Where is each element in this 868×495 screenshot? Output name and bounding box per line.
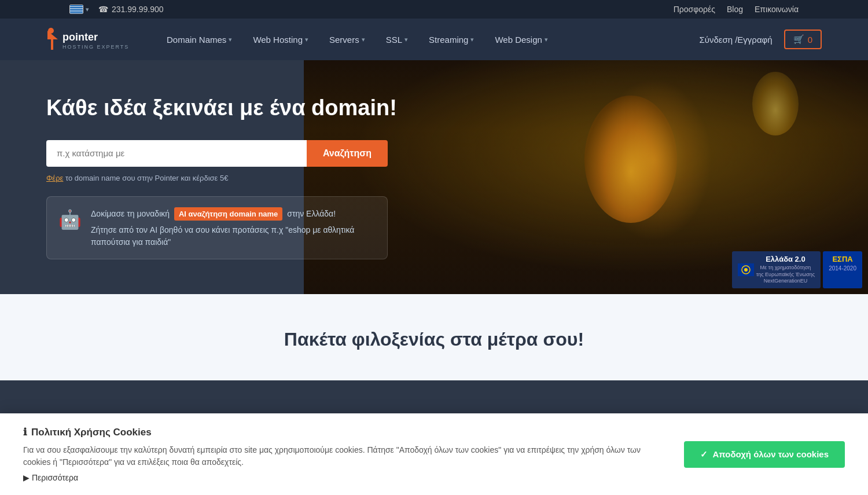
chevron-down-icon: ▾ xyxy=(305,36,308,43)
espa-2014-badge: ΕΣΠΑ 2014-2020 xyxy=(823,251,862,288)
login-button[interactable]: Σύνδεση /Εγγραφή xyxy=(699,35,772,45)
nav-servers-label: Servers xyxy=(329,35,359,45)
ai-search-box: 🤖 Δοκίμασε τη μοναδική AI αναζήτηση doma… xyxy=(46,196,388,260)
espa-badge: Ελλάδα 2.0 Με τη χρηματοδότησητης Ευρωπα… xyxy=(732,251,862,288)
hero-content: Κάθε ιδέα ξεκινάει με ένα domain! Αναζήτ… xyxy=(0,60,443,294)
navbar: pointer HOSTING EXPERTS Domain Names ▾ W… xyxy=(0,19,868,60)
nav-web-design[interactable]: Web Design ▾ xyxy=(484,19,558,60)
cart-button[interactable]: 🛒 0 xyxy=(784,30,822,49)
blog-link[interactable]: Blog xyxy=(727,5,743,14)
phone-number: 231.99.99.900 xyxy=(112,5,164,14)
ai-badge[interactable]: AI αναζήτηση domain name xyxy=(174,207,282,221)
hint-text: το domain name σου στην Pointer και κέρδ… xyxy=(63,174,228,182)
cart-icon: 🛒 xyxy=(793,34,804,45)
topbar-left: ▾ ☎ 231.99.99.900 xyxy=(69,5,164,14)
chevron-down-icon: ▾ xyxy=(545,36,548,43)
lightbulb-decoration-2 xyxy=(752,72,799,135)
ai-description: Ζήτησε από τον AI βοηθό να σου κάνει προ… xyxy=(91,224,376,248)
logo[interactable]: pointer HOSTING EXPERTS xyxy=(46,25,133,54)
nav-domain-names-label: Domain Names xyxy=(167,35,226,45)
nav-ssl-label: SSL xyxy=(386,35,402,45)
contact-link[interactable]: Επικοινωνία xyxy=(755,5,799,14)
chevron-down-icon: ▾ xyxy=(229,36,232,43)
nav-servers[interactable]: Servers ▾ xyxy=(319,19,376,60)
cart-count: 0 xyxy=(808,35,812,45)
ellada-badge: Ελλάδα 2.0 Με τη χρηματοδότησητης Ευρωπα… xyxy=(732,251,821,288)
svg-text:HOSTING EXPERTS: HOSTING EXPERTS xyxy=(62,44,129,50)
hero-section: Κάθε ιδέα ξεκινάει με ένα domain! Αναζήτ… xyxy=(0,60,868,294)
chevron-down-icon: ▾ xyxy=(404,36,408,43)
phone-icon: ☎ xyxy=(98,5,108,14)
flag-icon xyxy=(69,5,83,14)
svg-text:pointer: pointer xyxy=(62,31,98,43)
domain-search-input[interactable] xyxy=(46,140,307,167)
svg-point-1 xyxy=(48,28,54,34)
nav-right: Σύνδεση /Εγγραφή 🛒 0 xyxy=(699,30,822,49)
ai-post-text: στην Ελλάδα! xyxy=(285,209,336,218)
nav-web-hosting-label: Web Hosting xyxy=(253,35,303,45)
search-button[interactable]: Αναζήτηση xyxy=(307,140,388,167)
hero-title: Κάθε ιδέα ξεκινάει με ένα domain! xyxy=(46,95,397,122)
search-bar: Αναζήτηση xyxy=(46,140,388,167)
ai-box-text: Δοκίμασε τη μοναδική AI αναζήτηση domain… xyxy=(91,207,376,249)
nav-web-hosting[interactable]: Web Hosting ▾ xyxy=(242,19,319,60)
packages-section: Πακέτα φιλοξενίας στα μέτρα σου! xyxy=(0,294,868,380)
language-selector[interactable]: ▾ xyxy=(69,5,89,14)
topbar-right: Προσφορές Blog Επικοινωνία xyxy=(674,5,799,14)
nav-ssl[interactable]: SSL ▾ xyxy=(376,19,418,60)
svg-marker-0 xyxy=(47,31,58,50)
ai-pre-text: Δοκίμασε τη μοναδική xyxy=(91,209,172,218)
transfer-domain-link[interactable]: Φέρε xyxy=(46,174,63,182)
chevron-down-icon: ▾ xyxy=(86,6,89,13)
search-hint: Φέρε το domain name σου στην Pointer και… xyxy=(46,174,397,182)
packages-title: Πακέτα φιλοξενίας στα μέτρα σου! xyxy=(46,329,822,350)
offers-link[interactable]: Προσφορές xyxy=(674,5,715,14)
nav-domain-names[interactable]: Domain Names ▾ xyxy=(156,19,242,60)
chevron-down-icon: ▾ xyxy=(470,36,474,43)
phone-info: ☎ 231.99.99.900 xyxy=(98,5,164,14)
svg-point-6 xyxy=(744,268,748,272)
nav-links: Domain Names ▾ Web Hosting ▾ Servers ▾ S… xyxy=(156,19,699,60)
nav-streaming[interactable]: Streaming ▾ xyxy=(418,19,484,60)
topbar: ▾ ☎ 231.99.99.900 Προσφορές Blog Επικοιν… xyxy=(0,0,868,19)
nav-streaming-label: Streaming xyxy=(429,35,468,45)
nav-web-design-label: Web Design xyxy=(495,35,542,45)
robot-icon: 🤖 xyxy=(58,208,82,230)
chevron-down-icon: ▾ xyxy=(362,36,365,43)
